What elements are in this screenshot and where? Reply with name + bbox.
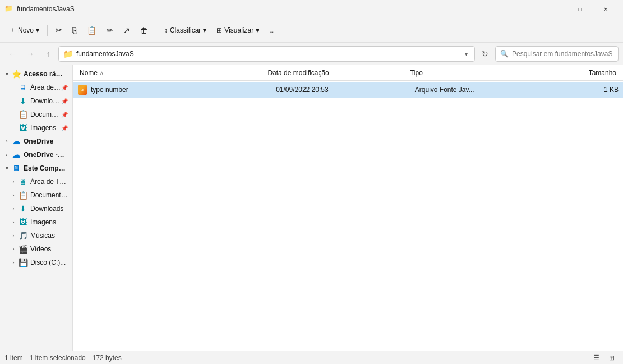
onedrive-personal-expand-icon: ›: [2, 150, 11, 159]
file-list: J type number 01/09/2022 20:53 Arquivo F…: [73, 81, 623, 351]
rename-button[interactable]: ✏: [102, 23, 118, 38]
quick-access-expand-icon: ▾: [2, 70, 11, 79]
column-header-type[interactable]: Tipo: [408, 65, 550, 80]
toolbar-separator-2: [156, 25, 156, 36]
images2-icon: 🖼: [18, 217, 28, 227]
sidebar-item-videos[interactable]: › 🎬 Vídeos: [0, 242, 72, 256]
delete-button[interactable]: 🗑: [136, 23, 153, 38]
search-input[interactable]: [512, 50, 613, 58]
images-label: Imagens: [30, 124, 56, 132]
documents-label: Documento...: [30, 110, 61, 118]
cut-button[interactable]: ✂: [51, 23, 67, 38]
downloads-icon: ⬇: [18, 96, 28, 106]
file-date: 01/09/2022 20:53: [276, 86, 415, 94]
content-area: Nome ∧ Data de modificação Tipo Tamanho …: [73, 65, 623, 351]
share-button[interactable]: ↗: [119, 23, 135, 38]
java-file-icon: J: [78, 85, 87, 95]
close-button[interactable]: ✕: [593, 0, 619, 18]
new-button[interactable]: ＋ Novo ▾: [4, 22, 44, 38]
sidebar-item-disk[interactable]: › 💾 Disco (C:)...: [0, 256, 72, 269]
copy-icon: ⎘: [72, 26, 77, 35]
path-folder-icon: 📁: [63, 49, 73, 58]
file-type-icon: J: [77, 85, 87, 95]
toolbar: ＋ Novo ▾ ✂ ⎘ 📋 ✏ ↗ 🗑 ↕ Classificar ▾ ⊞ V…: [0, 18, 623, 43]
sidebar-item-downloads[interactable]: ⬇ Downloads 📌: [0, 94, 72, 108]
column-header-size[interactable]: Tamanho: [550, 65, 619, 80]
table-row[interactable]: J type number 01/09/2022 20:53 Arquivo F…: [73, 82, 623, 98]
item-count: 1 item: [4, 354, 23, 362]
quick-access-star-icon: ⭐: [11, 69, 21, 79]
up-button[interactable]: ↑: [40, 46, 56, 62]
documents2-label: Documentos: [30, 191, 68, 199]
title-bar: 📁 fundamentosJavaS — □ ✕: [0, 0, 623, 18]
sidebar-section-onedrive-personal[interactable]: › ☁ OneDrive - Perso...: [0, 148, 72, 162]
cut-icon: ✂: [56, 26, 62, 35]
disk-icon: 💾: [18, 257, 28, 268]
refresh-button[interactable]: ↻: [477, 46, 493, 62]
sort-button[interactable]: ↕ Classificar ▾: [160, 24, 211, 37]
column-header-name[interactable]: Nome ∧: [77, 65, 265, 80]
desktop-pin-icon: 📌: [61, 85, 68, 91]
desktop2-label: Área de Trabalh...: [30, 178, 68, 186]
desktop-label: Área de Trab...: [30, 84, 61, 91]
details-view-button[interactable]: ⊞: [605, 352, 619, 363]
disk-label: Disco (C:)...: [30, 259, 66, 266]
search-box[interactable]: 🔍: [495, 46, 619, 62]
column-headers: Nome ∧ Data de modificação Tipo Tamanho: [73, 65, 623, 81]
copy-button[interactable]: ⎘: [68, 23, 81, 38]
column-header-date[interactable]: Data de modificação: [265, 65, 408, 80]
list-view-button[interactable]: ☰: [589, 352, 603, 363]
view-dropdown-icon: ▾: [256, 26, 259, 34]
more-button[interactable]: ...: [265, 24, 279, 37]
name-sort-arrow: ∧: [100, 70, 104, 76]
sidebar-item-documents2[interactable]: › 📋 Documentos: [0, 188, 72, 202]
selected-size: 172 bytes: [93, 354, 122, 362]
images-icon: 🖼: [18, 123, 28, 133]
new-icon: ＋: [9, 25, 16, 35]
maximize-button[interactable]: □: [567, 0, 593, 18]
documents2-icon: 📋: [18, 190, 28, 200]
quick-access-label: Acesso rápido: [24, 70, 66, 78]
sidebar-item-images2[interactable]: › 🖼 Imagens: [0, 215, 72, 229]
sidebar-section-this-pc[interactable]: ▾ 🖥 Este Computado...: [0, 162, 72, 175]
view-button[interactable]: ⊞ Visualizar ▾: [212, 24, 264, 37]
share-icon: ↗: [123, 26, 130, 35]
this-pc-label: Este Computado...: [24, 164, 66, 172]
address-path[interactable]: 📁 fundamentosJavaS ▾: [58, 46, 475, 62]
rename-icon: ✏: [107, 26, 113, 35]
sidebar-item-desktop[interactable]: 🖥 Área de Trab... 📌: [0, 81, 72, 94]
onedrive-personal-icon: ☁: [11, 150, 21, 160]
downloads-pin-icon: 📌: [61, 98, 68, 104]
sidebar-item-images[interactable]: 🖼 Imagens 📌: [0, 121, 72, 135]
paste-button[interactable]: 📋: [82, 23, 101, 38]
new-dropdown-icon: ▾: [36, 26, 39, 34]
sidebar-item-documents[interactable]: 📋 Documento... 📌: [0, 108, 72, 121]
sidebar-section-quick-access[interactable]: ▾ ⭐ Acesso rápido: [0, 67, 72, 81]
forward-button[interactable]: →: [22, 46, 38, 62]
sort-dropdown-icon: ▾: [203, 26, 206, 34]
minimize-button[interactable]: —: [541, 0, 567, 18]
status-bar: 1 item 1 item selecionado 172 bytes ☰ ⊞: [0, 351, 623, 364]
window-title: fundamentosJavaS: [17, 5, 75, 13]
sidebar-item-music[interactable]: › 🎵 Músicas: [0, 229, 72, 242]
this-pc-expand-icon: ▾: [2, 164, 11, 173]
downloads2-icon: ⬇: [18, 204, 28, 214]
sidebar: ▾ ⭐ Acesso rápido 🖥 Área de Trab... 📌 ⬇ …: [0, 65, 73, 351]
sidebar-item-downloads2[interactable]: › ⬇ Downloads: [0, 202, 72, 215]
status-info: 1 item 1 item selecionado 172 bytes: [4, 354, 122, 362]
music-icon: 🎵: [18, 231, 28, 241]
onedrive-icon: ☁: [11, 136, 21, 146]
sidebar-section-onedrive[interactable]: › ☁ OneDrive: [0, 135, 72, 148]
downloads2-label: Downloads: [30, 205, 63, 213]
sidebar-item-desktop2[interactable]: › 🖥 Área de Trabalh...: [0, 175, 72, 188]
search-icon: 🔍: [500, 50, 509, 58]
onedrive-expand-icon: ›: [2, 137, 11, 146]
desktop-icon: 🖥: [18, 82, 28, 93]
sort-icon: ↕: [164, 26, 168, 34]
onedrive-personal-label: OneDrive - Perso...: [24, 151, 66, 159]
images-pin-icon: 📌: [61, 125, 68, 131]
view-controls: ☰ ⊞: [589, 352, 619, 363]
back-button[interactable]: ←: [4, 46, 20, 62]
path-dropdown-button[interactable]: ▾: [463, 50, 470, 58]
paste-icon: 📋: [87, 26, 96, 35]
